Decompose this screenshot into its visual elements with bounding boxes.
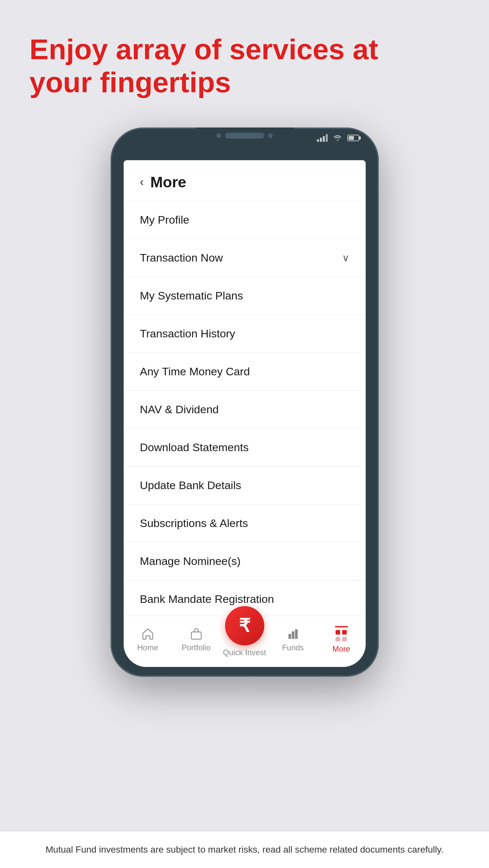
signal-bar-2 <box>320 137 322 142</box>
nav-label-quick-invest: Quick Invest <box>223 648 266 657</box>
funds-icon <box>286 627 300 641</box>
rupee-icon: ₹ <box>239 617 250 635</box>
phone-frame: ‹ More My Profile Transaction Now ∨ My S… <box>111 127 379 677</box>
active-bar <box>335 626 348 627</box>
quick-invest-button[interactable]: ₹ <box>225 606 264 645</box>
menu-item-transaction-now[interactable]: Transaction Now ∨ <box>124 239 366 277</box>
menu-item-nav-dividend[interactable]: NAV & Dividend <box>124 391 366 429</box>
screen-title: More <box>150 173 186 191</box>
menu-item-manage-nominees[interactable]: Manage Nominee(s) <box>124 542 366 580</box>
svg-rect-0 <box>191 632 201 639</box>
menu-item-my-profile[interactable]: My Profile <box>124 201 366 239</box>
nav-item-more[interactable]: More <box>317 626 366 654</box>
menu-list: My Profile Transaction Now ∨ My Systemat… <box>124 201 366 616</box>
svg-rect-2 <box>292 631 295 639</box>
notch-bar <box>111 127 379 160</box>
wifi-icon <box>333 134 342 142</box>
nav-item-funds[interactable]: Funds <box>269 627 317 652</box>
signal-bar-4 <box>326 134 328 142</box>
page-headline: Enjoy array of services at your fingerti… <box>29 33 460 99</box>
app-header: ‹ More <box>124 160 366 201</box>
menu-item-transaction-history[interactable]: Transaction History <box>124 315 366 353</box>
nav-item-home[interactable]: Home <box>124 627 172 652</box>
signal-icon <box>317 134 328 142</box>
nav-item-portfolio[interactable]: Portfolio <box>172 627 220 652</box>
nav-label-more: More <box>332 644 350 654</box>
bottom-nav: Home Portfolio ₹ Quick Invest <box>124 616 366 667</box>
status-bar <box>317 134 359 142</box>
portfolio-icon <box>190 627 203 641</box>
notch-speaker <box>225 133 264 138</box>
menu-item-any-time-money-card[interactable]: Any Time Money Card <box>124 353 366 391</box>
nav-label-funds: Funds <box>282 643 304 652</box>
battery-fill <box>349 136 354 140</box>
notch-dot-left <box>217 133 221 138</box>
notch <box>195 127 294 144</box>
svg-rect-3 <box>295 629 298 639</box>
signal-bar-1 <box>317 139 319 142</box>
signal-bar-3 <box>323 136 325 142</box>
back-icon[interactable]: ‹ <box>140 175 144 189</box>
nav-label-home: Home <box>137 643 158 652</box>
phone-screen: ‹ More My Profile Transaction Now ∨ My S… <box>124 160 366 667</box>
menu-item-download-statements[interactable]: Download Statements <box>124 429 366 467</box>
home-icon <box>141 627 154 641</box>
battery-icon <box>347 135 359 141</box>
notch-dot-right <box>268 133 273 138</box>
nav-item-quick-invest[interactable]: ₹ Quick Invest <box>220 622 269 657</box>
menu-item-subscriptions-alerts[interactable]: Subscriptions & Alerts <box>124 504 366 542</box>
chevron-down-icon: ∨ <box>342 252 349 264</box>
svg-rect-1 <box>288 634 291 639</box>
disclaimer-text: Mutual Fund investments are subject to m… <box>0 831 489 868</box>
nav-label-portfolio: Portfolio <box>182 643 210 652</box>
menu-item-update-bank-details[interactable]: Update Bank Details <box>124 467 366 504</box>
menu-item-my-systematic-plans[interactable]: My Systematic Plans <box>124 277 366 315</box>
more-icon <box>336 630 347 642</box>
